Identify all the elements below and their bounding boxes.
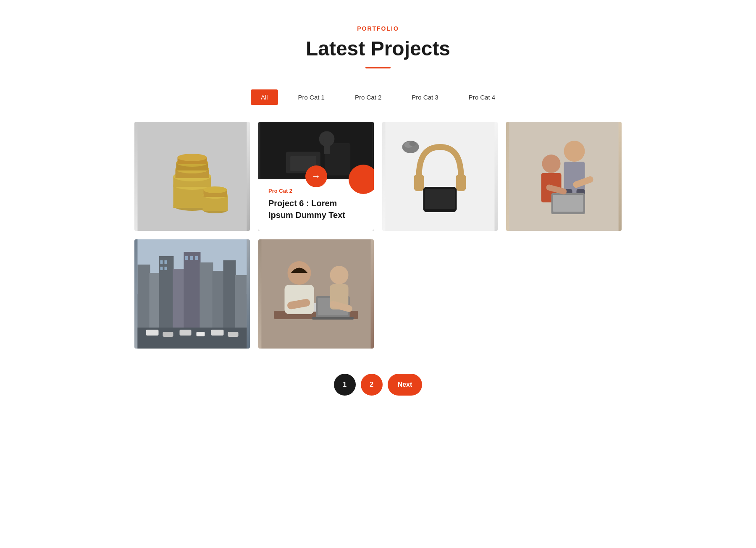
filter-all[interactable]: All bbox=[251, 89, 278, 105]
filter-procat4[interactable]: Pro Cat 4 bbox=[459, 89, 505, 105]
svg-rect-27 bbox=[425, 189, 455, 209]
project-item-6[interactable]: → Pro Cat 2 Project 6 : Lorem Ipsum Dumm… bbox=[258, 122, 374, 231]
title-underline bbox=[365, 67, 391, 68]
empty-cell-2 bbox=[506, 239, 622, 349]
svg-rect-75 bbox=[312, 317, 354, 320]
projects-row2 bbox=[134, 239, 622, 349]
project-category: Pro Cat 2 bbox=[268, 188, 364, 194]
svg-rect-65 bbox=[197, 332, 205, 336]
svg-rect-63 bbox=[163, 332, 173, 337]
project-arrow-icon[interactable]: → bbox=[305, 165, 327, 187]
svg-rect-62 bbox=[146, 330, 159, 336]
svg-rect-66 bbox=[211, 330, 224, 336]
project-item-3[interactable] bbox=[382, 122, 498, 231]
filter-procat3[interactable]: Pro Cat 3 bbox=[402, 89, 448, 105]
pagination: 1 2 Next bbox=[134, 374, 622, 396]
svg-rect-23 bbox=[386, 122, 495, 231]
svg-rect-58 bbox=[185, 256, 188, 260]
svg-rect-67 bbox=[228, 332, 239, 337]
headphones-image bbox=[382, 122, 498, 231]
portfolio-section: PORTFOLIO Latest Projects All Pro Cat 1 … bbox=[126, 0, 630, 429]
svg-rect-64 bbox=[180, 330, 192, 336]
svg-rect-24 bbox=[414, 174, 424, 191]
svg-rect-22 bbox=[324, 139, 330, 154]
coins-image bbox=[134, 122, 250, 231]
filter-procat2[interactable]: Pro Cat 2 bbox=[345, 89, 391, 105]
svg-point-30 bbox=[410, 141, 416, 146]
people1-image bbox=[506, 122, 622, 231]
svg-point-11 bbox=[178, 154, 207, 161]
svg-rect-77 bbox=[285, 285, 314, 314]
svg-rect-59 bbox=[190, 256, 193, 260]
filter-nav: All Pro Cat 1 Pro Cat 2 Pro Cat 3 Pro Ca… bbox=[134, 89, 622, 105]
svg-rect-57 bbox=[165, 267, 167, 270]
page-btn-next[interactable]: Next bbox=[388, 374, 423, 396]
section-title: Latest Projects bbox=[134, 37, 622, 60]
svg-point-37 bbox=[542, 155, 561, 173]
page-btn-1[interactable]: 1 bbox=[334, 374, 356, 396]
empty-cell-1 bbox=[382, 239, 498, 349]
project-title: Project 6 : Lorem Ipsum Dummy Text bbox=[268, 197, 364, 221]
svg-rect-54 bbox=[160, 260, 163, 264]
svg-rect-69 bbox=[262, 239, 371, 349]
project-item-5[interactable] bbox=[134, 239, 250, 349]
city-image bbox=[134, 239, 250, 349]
svg-rect-40 bbox=[553, 195, 583, 212]
project-item-1[interactable] bbox=[134, 122, 250, 231]
svg-rect-25 bbox=[456, 174, 466, 191]
project-item-7[interactable] bbox=[258, 239, 374, 349]
svg-rect-60 bbox=[195, 256, 198, 260]
meeting-image bbox=[258, 239, 374, 349]
page-btn-2[interactable]: 2 bbox=[361, 374, 383, 396]
projects-row1: → Pro Cat 2 Project 6 : Lorem Ipsum Dumm… bbox=[134, 122, 622, 231]
svg-point-16 bbox=[204, 186, 227, 193]
project-item-4[interactable] bbox=[506, 122, 622, 231]
svg-point-33 bbox=[564, 141, 585, 162]
svg-rect-55 bbox=[165, 260, 167, 264]
section-label: PORTFOLIO bbox=[134, 25, 622, 32]
filter-procat1[interactable]: Pro Cat 1 bbox=[288, 89, 335, 105]
svg-rect-56 bbox=[160, 267, 163, 270]
svg-point-78 bbox=[330, 266, 349, 284]
